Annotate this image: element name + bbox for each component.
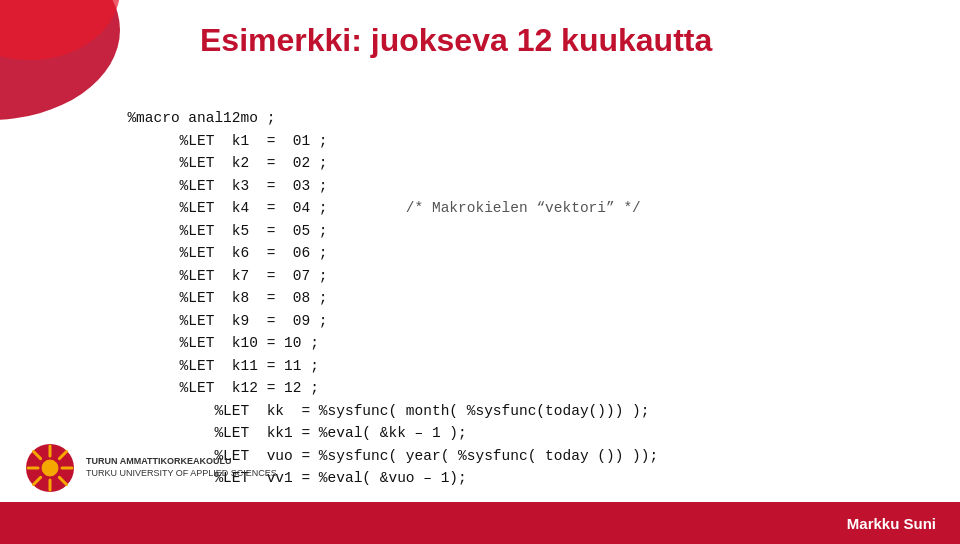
logo-line1: TURUN AMMATTIKORKEAKOULU: [86, 456, 277, 468]
bottom-bar: Markku Suni: [0, 502, 960, 544]
svg-point-0: [0, 0, 120, 120]
university-logo-icon: [24, 442, 76, 494]
slide-title: Esimerkki: juokseva 12 kuukautta: [200, 22, 940, 59]
logo-line2: TURKU UNIVERSITY OF APPLIED SCIENCES: [86, 468, 277, 480]
svg-point-3: [42, 460, 58, 476]
code-content: %macro anal12mo ; %LET k1 = 01 ; %LET k2…: [110, 110, 658, 486]
author-name: Markku Suni: [847, 515, 936, 532]
code-block: %macro anal12mo ; %LET k1 = 01 ; %LET k2…: [110, 85, 930, 444]
svg-point-1: [0, 0, 120, 60]
logo-area: TURUN AMMATTIKORKEAKOULU TURKU UNIVERSIT…: [24, 442, 277, 494]
logo-text: TURUN AMMATTIKORKEAKOULU TURKU UNIVERSIT…: [86, 456, 277, 479]
